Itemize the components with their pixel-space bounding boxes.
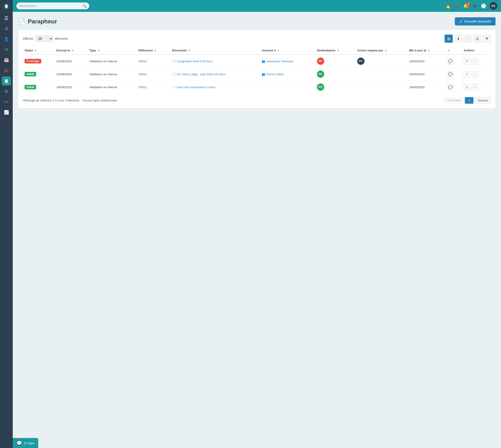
next-page-button[interactable]: Suivant [474, 97, 491, 104]
sort-doc-icon: ⇅ [188, 49, 190, 52]
more-action-button[interactable]: ··· [472, 58, 479, 64]
page-title-wrap: 📄 Parapheur [18, 18, 57, 25]
sidebar-item-edit[interactable]: ✏ [2, 97, 11, 106]
sidebar-item-briefcase[interactable]: 💼 [2, 66, 11, 75]
show-wrap: Afficher 10 25 50 100 éléments [23, 35, 68, 42]
new-request-button[interactable]: 🖊 Nouvelle demande [455, 17, 496, 25]
notification-badge: 3 [466, 2, 470, 6]
sort-dest-icon: ⇅ [337, 49, 339, 52]
destinataire-avatar[interactable]: PC [317, 58, 324, 65]
reference-link[interactable]: 00004 [139, 60, 147, 63]
action-buttons: +··· [464, 84, 489, 91]
cell-associe-a [260, 81, 315, 94]
search-input[interactable] [17, 2, 89, 9]
cell-type: Validation en interne [88, 68, 137, 81]
print-icon: 🖨 [476, 37, 479, 41]
table-header-row: Statut ⇅ Envoyé le ⇅ Type ⇅ Référence ⇅ … [23, 46, 491, 55]
associated-wrap[interactable]: 👥 Pierre Colliot [262, 73, 313, 76]
topbar: 🔍 🔥 ❓ 🔔 3 ➕ 🕐 PC [13, 0, 501, 12]
sidebar-item-users[interactable]: 👤 [2, 34, 11, 44]
destinataire-avatar[interactable]: PC [317, 83, 324, 91]
cell-type: Validation en interne [88, 81, 137, 94]
sidebar-item-dashboard[interactable]: ⊞ [2, 24, 11, 33]
filter-icon: ▼ [485, 37, 489, 41]
person-group-icon: 👥 [262, 73, 265, 76]
fire-icon-btn[interactable]: 🔥 [445, 3, 451, 9]
col-extra: ⇅ [445, 46, 462, 55]
notification-bell[interactable]: 🔔 3 [463, 3, 469, 9]
elements-label: éléments [55, 37, 68, 40]
prev-page-button[interactable]: Précédent [444, 97, 464, 104]
more-action-button[interactable]: ··· [472, 84, 479, 91]
settings-icon: ⚙ [4, 89, 8, 94]
download-button[interactable]: ⬇ [454, 34, 462, 43]
cell-destinataires: PC [315, 81, 355, 94]
sidebar-item-calendar[interactable]: 📅 [2, 55, 11, 64]
comment-button[interactable]: 💬 [447, 84, 454, 91]
col-document[interactable]: Document ⇅ [170, 46, 260, 55]
print-button[interactable]: 🖨 [473, 34, 482, 43]
cell-mis-a-jour-le: 24/09/2020 [407, 55, 445, 68]
current-page-button[interactable]: 1 [465, 97, 473, 104]
action-buttons: +··· [464, 71, 489, 78]
col-action-requise[interactable]: Action requise par ⇅ [355, 46, 407, 55]
logo[interactable] [2, 2, 10, 10]
col-type[interactable]: Type ⇅ [88, 46, 137, 55]
ellipsis-icon: ··· [474, 85, 477, 89]
columns-icon: ⊞ [447, 37, 450, 41]
clock-icon-btn[interactable]: 🕐 [481, 3, 486, 9]
sidebar-item-mail[interactable]: ✉ [2, 45, 11, 54]
col-mis-a-jour[interactable]: Mis à jour le ⇅ [407, 46, 445, 55]
comment-button[interactable]: 💬 [447, 71, 454, 78]
search-button[interactable]: 🔍 [82, 4, 87, 8]
user-avatar[interactable]: PC [490, 2, 497, 10]
briefcase-icon: 💼 [4, 68, 9, 73]
filter-button[interactable]: ▼ [483, 34, 491, 43]
col-associe-a[interactable]: Associé à ⇅ [260, 46, 315, 55]
status-badge: Validé [25, 72, 36, 76]
document-link[interactable]: 📄 CP Jarvis Legal - sept 2020 vAY.docx [172, 73, 258, 76]
col-actions: Actions [462, 46, 491, 55]
page-header: 📄 Parapheur 🖊 Nouvelle demande [18, 17, 496, 25]
plus-icon: + [466, 85, 468, 89]
export-pdf-button[interactable]: 📄 [464, 34, 472, 43]
action-requise-avatar[interactable]: PC [357, 58, 365, 65]
topbar-actions: 🔥 ❓ 🔔 3 ➕ 🕐 PC [445, 2, 497, 10]
comment-button[interactable]: 💬 [447, 58, 454, 64]
cell-document: 📄 Une crise nécessaire à l.docx [170, 81, 260, 94]
sidebar-item-settings[interactable]: ⚙ [2, 87, 11, 96]
col-envoye-le[interactable]: Envoyé le ⇅ [55, 46, 88, 55]
table-row: Validé24/09/2020Validation en interne000… [23, 81, 491, 94]
sort-type-icon: ⇅ [98, 49, 100, 52]
associated-wrap[interactable]: 👥 Alexandre Yérémian [262, 60, 313, 63]
add-action-button[interactable]: + [464, 71, 470, 78]
col-statut[interactable]: Statut ⇅ [23, 46, 55, 55]
col-reference[interactable]: Référence ⇅ [137, 46, 170, 55]
doc-icon: 📄 [172, 85, 176, 89]
reference-link[interactable]: 00001 [139, 85, 147, 89]
sort-envoye-icon: ⇅ [72, 49, 74, 52]
cell-reference: 00004 [137, 55, 170, 68]
document-link[interactable]: 📄 Une crise nécessaire à l.docx [172, 85, 258, 89]
status-badge: Validé [25, 85, 36, 89]
sidebar-hamburger[interactable]: ☰ [2, 14, 11, 23]
destinataire-avatar[interactable]: PC [317, 70, 324, 78]
document-link[interactable]: 📄 Assignation fond ACR.docx [172, 60, 258, 63]
page-body: 📄 Parapheur 🖊 Nouvelle demande Afficher … [13, 12, 501, 448]
col-destinataires[interactable]: Destinataires ⇅ [315, 46, 355, 55]
add-action-button[interactable]: + [464, 58, 470, 64]
reference-link[interactable]: 00002 [139, 73, 147, 76]
doc-icon: 📄 [172, 60, 176, 63]
help-icon-btn[interactable]: ❓ [454, 3, 460, 9]
cell-type: Validation en interne [88, 55, 137, 68]
add-action-button[interactable]: + [464, 84, 470, 91]
view-columns-button[interactable]: ⊞ [445, 34, 453, 43]
more-action-button[interactable]: ··· [472, 71, 479, 78]
sidebar-item-parapheur[interactable]: 📋 [2, 76, 11, 85]
per-page-select[interactable]: 10 25 50 100 [35, 35, 53, 42]
cell-actions: +··· [462, 81, 491, 94]
chat-widget[interactable]: 💬 En ligne [13, 438, 38, 448]
sidebar-item-chart[interactable]: 📈 [2, 108, 11, 117]
cell-document: 📄 CP Jarvis Legal - sept 2020 vAY.docx [170, 68, 260, 81]
add-icon-btn[interactable]: ➕ [472, 3, 478, 9]
